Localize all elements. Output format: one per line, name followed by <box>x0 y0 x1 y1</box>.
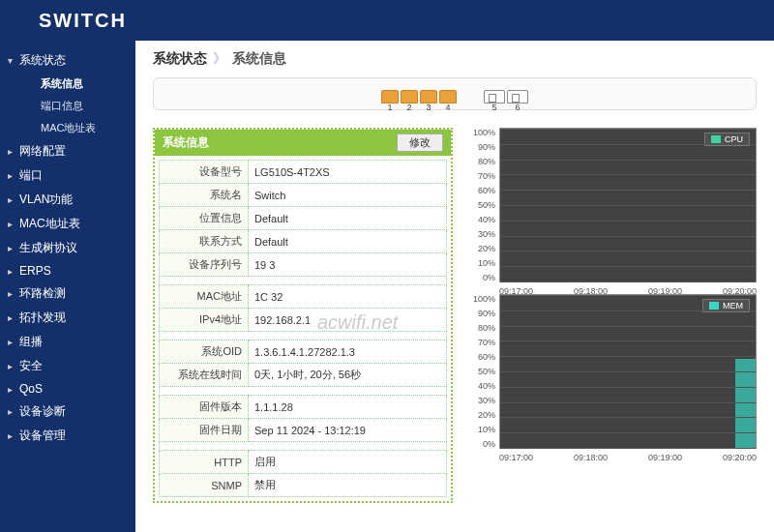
port-rj45[interactable]: 2 <box>401 90 418 103</box>
sidebar-item[interactable]: MAC地址表 <box>0 212 135 236</box>
chevron-right-icon: 》 <box>213 50 226 68</box>
info-value: 1.1.1.28 <box>249 396 447 419</box>
ports-panel: 123456 <box>153 77 757 110</box>
cpu-chart: 100%90%80%70%60%50%40%30%20%10%0% CPU 09… <box>466 128 757 282</box>
breadcrumb-root[interactable]: 系统状态 <box>153 50 207 68</box>
info-key: 设备序列号 <box>160 253 249 277</box>
sidebar-item[interactable]: 组播 <box>0 330 135 354</box>
info-key: HTTP <box>160 451 249 474</box>
sidebar-item[interactable]: ERPS <box>0 260 135 281</box>
info-key: 固件日期 <box>160 419 249 442</box>
sidebar-subitem[interactable]: 系统信息 <box>0 73 135 95</box>
sidebar-item[interactable]: 生成树协议 <box>0 236 135 260</box>
system-info-table: 设备型号LG510S-4T2XS系统名Switch位置信息Default联系方式… <box>159 160 447 497</box>
sidebar: 系统状态系统信息端口信息MAC地址表网络配置端口VLAN功能MAC地址表生成树协… <box>0 41 135 532</box>
info-key: SNMP <box>160 474 249 497</box>
sidebar-item[interactable]: 环路检测 <box>0 281 135 306</box>
info-key: IPv4地址 <box>160 309 249 332</box>
port-rj45[interactable]: 3 <box>420 90 437 103</box>
mem-chart: 100%90%80%70%60%50%40%30%20%10%0% MEM 09… <box>466 294 757 449</box>
info-value: Default <box>249 207 447 230</box>
port-rj45[interactable]: 1 <box>381 90 399 103</box>
info-value: LG510S-4T2XS <box>249 161 447 184</box>
breadcrumb-current: 系统信息 <box>232 50 286 68</box>
info-value: Switch <box>249 184 447 207</box>
info-key: 系统名 <box>160 184 249 207</box>
info-key: 联系方式 <box>160 230 249 253</box>
info-value: 19 3 <box>249 253 447 277</box>
brand-logo: SWITCH <box>39 10 127 32</box>
sidebar-item[interactable]: 安全 <box>0 354 135 378</box>
info-key: 系统在线时间 <box>160 364 249 387</box>
top-bar: SWITCH <box>0 0 774 41</box>
system-info-title: 系统信息 <box>163 134 209 151</box>
info-key: MAC地址 <box>160 285 249 309</box>
info-key: 位置信息 <box>160 207 249 230</box>
info-value: 192.168.2.1 <box>249 309 447 332</box>
sidebar-item[interactable]: 系统状态 <box>0 48 135 73</box>
info-value: 禁用 <box>249 474 447 497</box>
info-value: Sep 11 2024 - 13:12:19 <box>249 419 447 442</box>
info-value: 0天, 1小时, 20分, 56秒 <box>249 364 447 387</box>
breadcrumb: 系统状态 》 系统信息 <box>153 50 757 68</box>
info-value: 启用 <box>249 451 447 474</box>
mem-area <box>735 359 756 448</box>
sidebar-item[interactable]: 拓扑发现 <box>0 306 135 330</box>
sidebar-subitem[interactable]: 端口信息 <box>0 95 135 117</box>
info-value: Default <box>249 230 447 253</box>
info-key: 系统OID <box>160 340 249 364</box>
port-sfp[interactable]: 6 <box>507 90 528 103</box>
sidebar-item[interactable]: VLAN功能 <box>0 188 135 212</box>
sidebar-item[interactable]: 设备诊断 <box>0 399 135 424</box>
sidebar-item[interactable]: 端口 <box>0 163 135 188</box>
port-sfp[interactable]: 5 <box>484 90 505 103</box>
info-key: 设备型号 <box>160 161 249 184</box>
info-key: 固件版本 <box>160 396 249 419</box>
sidebar-item[interactable]: QoS <box>0 378 135 399</box>
system-info-panel: 系统信息 修改 设备型号LG510S-4T2XS系统名Switch位置信息Def… <box>153 128 453 503</box>
info-value: 1.3.6.1.4.1.27282.1.3 <box>249 340 447 364</box>
content-area: 系统状态 》 系统信息 123456 系统信息 修改 设备型号LG510S-4T… <box>135 41 774 532</box>
sidebar-item[interactable]: 设备管理 <box>0 424 135 448</box>
info-value: 1C 32 <box>249 285 447 309</box>
sidebar-item[interactable]: 网络配置 <box>0 139 135 163</box>
sidebar-subitem[interactable]: MAC地址表 <box>0 117 135 139</box>
port-rj45[interactable]: 4 <box>439 90 457 103</box>
modify-button[interactable]: 修改 <box>397 133 443 152</box>
